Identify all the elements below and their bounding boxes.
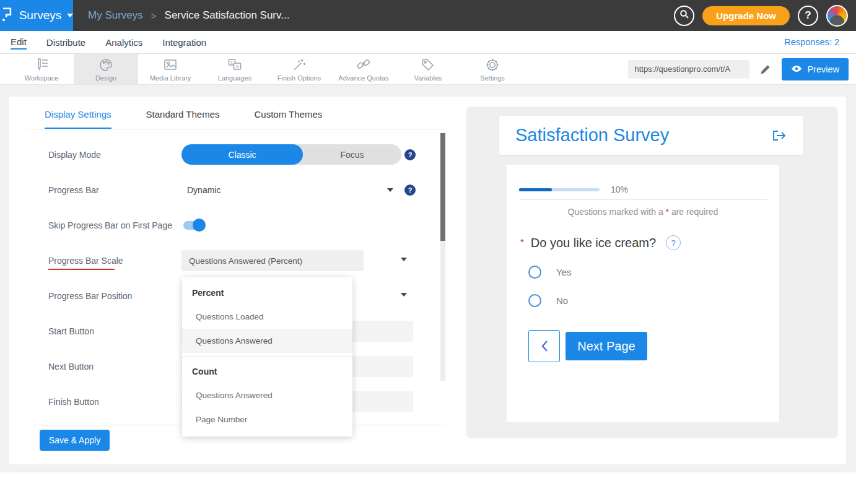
nav-item-distribute[interactable]: Distribute [46,36,85,49]
question-row: * Do you like ice cream? ? [520,235,681,250]
option-label: Yes [556,267,571,277]
toolbar-item-label: Languages [218,74,251,82]
toolbar-item-workspace[interactable]: Workspace [9,54,74,84]
progress-percent-label: 10% [611,185,628,194]
questionpro-logo-icon [0,6,14,25]
magic-wand-icon [291,57,307,73]
progress-bar-track [519,188,600,191]
preview-button[interactable]: Preview [782,58,849,80]
save-apply-button[interactable]: Save & Apply [40,430,110,451]
toolbar-right: https://questionpro.com/t/A Preview [628,54,856,84]
svg-text:x: x [230,60,233,64]
topbar-actions: Upgrade Now ? [674,5,848,27]
chevron-down-icon [67,14,73,17]
dropdown-group-percent: Percent [182,281,352,305]
media-library-icon [162,57,178,73]
toolbar-item-finish-options[interactable]: Finish Options [267,54,331,84]
progress-bar-scale-select[interactable]: Questions Answered (Percent) [181,250,364,271]
progress-bar-scale-label: Progress Bar Scale [48,256,123,266]
design-settings-card: Display Settings Standard Themes Custom … [9,97,846,464]
radio-icon[interactable] [528,294,541,307]
required-note-prefix: Questions marked with a [568,207,666,217]
next-button-label: Next Button [48,362,94,371]
preview-question-card: 10% Questions marked with a * are requir… [507,165,779,422]
product-switcher[interactable]: Surveys [0,0,73,31]
progress-bar-help-icon[interactable]: ? [404,185,416,196]
chevron-left-icon [539,339,549,353]
breadcrumb-separator: > [151,11,157,21]
dropdown-option-questions-loaded[interactable]: Questions Loaded [182,305,352,329]
toolbar-item-design[interactable]: Design [74,54,138,84]
option-yes[interactable]: Yes [528,266,571,279]
exit-survey-button[interactable] [771,128,787,143]
svg-text:A: A [236,63,239,69]
upgrade-now-button[interactable]: Upgrade Now [702,6,790,25]
progress-bar-value[interactable]: Dynamic [187,185,221,195]
display-mode-toggle: Classic Focus [181,144,401,165]
tab-custom-themes[interactable]: Custom Themes [255,109,323,129]
toolbar-item-settings[interactable]: Settings [460,54,525,84]
nav-item-edit[interactable]: Edit [11,35,27,50]
required-marker: * [520,237,524,247]
dropdown-option-questions-answered-count[interactable]: Questions Answered [182,383,352,407]
search-button[interactable] [674,6,694,26]
survey-url-field[interactable]: https://questionpro.com/t/A [628,60,749,79]
toolbar-item-label: Advance Quotas [338,74,388,82]
tabs-divider [25,129,445,129]
dropdown-option-questions-answered-percent[interactable]: Questions Answered [182,329,352,353]
display-mode-focus[interactable]: Focus [303,144,401,165]
toolbar-item-media-library[interactable]: Media Library [138,54,203,84]
search-icon [679,9,689,22]
tab-display-settings[interactable]: Display Settings [45,109,111,129]
toolbar-item-label: Design [95,74,116,82]
edit-url-button[interactable] [759,63,772,76]
toolbar-item-label: Media Library [150,74,191,82]
radio-icon[interactable] [528,266,541,279]
gear-icon [484,57,500,73]
toolbar-item-advance-quotas[interactable]: Advance Quotas [331,54,396,84]
display-mode-classic[interactable]: Classic [181,144,303,165]
option-no[interactable]: No [528,294,568,307]
preview-survey-header: Satisfaction Survey [499,116,803,155]
chevron-down-icon[interactable] [401,258,407,261]
tab-standard-themes[interactable]: Standard Themes [146,109,220,129]
next-page-button[interactable]: Next Page [566,332,647,360]
design-palette-icon [98,57,114,73]
survey-nav: Edit Distribute Analytics Integration Re… [0,31,856,54]
chevron-down-icon[interactable] [387,188,393,192]
skip-progress-toggle[interactable] [183,221,204,230]
progress-bar-label: Progress Bar [48,185,99,195]
required-note: Questions marked with a * are required [507,207,779,217]
toolbar-item-languages[interactable]: xA Languages [203,54,267,84]
nav-item-analytics[interactable]: Analytics [105,36,142,49]
workspace-icon [33,57,50,73]
breadcrumb-my-surveys[interactable]: My Surveys [88,9,143,22]
finish-button-label: Finish Button [48,397,99,407]
product-label: Surveys [19,9,62,22]
chevron-down-icon[interactable] [401,293,407,297]
chain-link-icon [356,57,372,73]
languages-icon: xA [227,57,243,73]
toolbar-item-label: Variables [414,74,442,82]
edit-toolbar: Workspace Design Media Library xA Langua… [0,54,856,85]
dropdown-divider [182,356,352,357]
responses-count[interactable]: Responses: 2 [784,37,839,47]
skip-progress-label: Skip Progress Bar on First Page [48,220,172,230]
toolbar-item-label: Settings [480,74,505,82]
previous-page-button[interactable] [528,330,560,362]
start-button-label: Start Button [48,326,94,336]
screen: Surveys My Surveys > Service Satisfactio… [0,0,856,504]
display-mode-help-icon[interactable]: ? [404,149,416,160]
progress-bar-scale-highlight [48,269,115,270]
pencil-icon [759,63,772,76]
panel-scrollbar-thumb[interactable] [440,133,445,241]
help-button[interactable]: ? [798,6,818,26]
dropdown-option-page-number[interactable]: Page Number [182,407,352,432]
toolbar-item-variables[interactable]: Variables [396,54,460,84]
question-help-icon[interactable]: ? [666,235,681,250]
toolbar-item-label: Workspace [25,74,59,82]
preview-progress: 10% [519,185,628,194]
avatar[interactable] [826,5,848,27]
design-tabs: Display Settings Standard Themes Custom … [45,109,322,129]
nav-item-integration[interactable]: Integration [162,36,206,49]
